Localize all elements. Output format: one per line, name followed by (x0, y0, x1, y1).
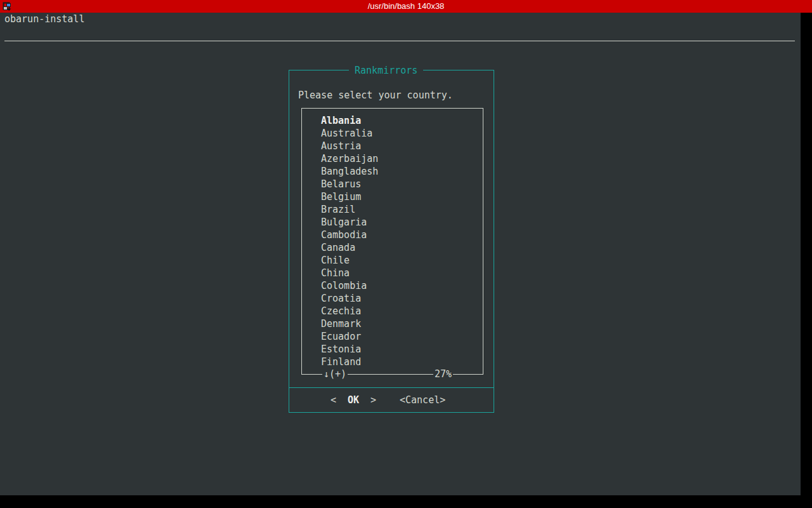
ok-left-bracket: < (331, 394, 336, 406)
country-option[interactable]: Czechia (302, 305, 483, 318)
terminal-screen: obarun-install Rankmirrors Please select… (0, 13, 801, 495)
scroll-more-indicator: ↓(+) (322, 368, 348, 380)
rankmirrors-dialog: Rankmirrors Please select your country. … (289, 70, 494, 413)
country-option[interactable]: Cambodia (302, 229, 483, 241)
country-option[interactable]: Austria (302, 140, 483, 152)
country-option[interactable]: Canada (302, 241, 483, 254)
dialog-title: Rankmirrors (349, 64, 423, 77)
country-option[interactable]: Ecuador (302, 330, 483, 343)
country-option[interactable]: Croatia (302, 292, 483, 305)
country-option[interactable]: Colombia (302, 279, 483, 292)
country-option[interactable]: Azerbaijan (302, 152, 483, 165)
country-listbox: AlbaniaAustraliaAustriaAzerbaijanBanglad… (301, 108, 483, 375)
ok-right-bracket: > (370, 394, 376, 406)
dialog-separator (289, 387, 494, 388)
header-divider (4, 41, 795, 41)
country-option[interactable]: Albania (302, 114, 483, 127)
country-option[interactable]: Belgium (302, 190, 483, 203)
country-option[interactable]: Chile (302, 254, 483, 267)
country-option[interactable]: China (302, 267, 483, 279)
country-option[interactable]: Bulgaria (302, 216, 483, 229)
ok-button[interactable]: <OK> (331, 394, 376, 406)
window-title: /usr/bin/bash 140x38 (0, 0, 812, 13)
country-option[interactable]: Finland (302, 356, 483, 368)
country-option[interactable]: Brazil (302, 203, 483, 216)
ok-label: OK (348, 394, 359, 406)
country-option[interactable]: Australia (302, 127, 483, 140)
country-list: AlbaniaAustraliaAustriaAzerbaijanBanglad… (302, 109, 483, 368)
country-option[interactable]: Belarus (302, 178, 483, 190)
dialog-prompt: Please select your country. (298, 89, 453, 102)
app-title: obarun-install (4, 13, 84, 25)
country-option[interactable]: Bangladesh (302, 165, 483, 178)
dialog-buttons: <OK> <Cancel> (289, 394, 494, 406)
country-option[interactable]: Estonia (302, 343, 483, 356)
country-option[interactable]: Denmark (302, 318, 483, 330)
cancel-button[interactable]: <Cancel> (400, 394, 445, 406)
scroll-percent: 27% (433, 368, 453, 380)
window-titlebar: /usr/bin/bash 140x38 (0, 0, 812, 13)
